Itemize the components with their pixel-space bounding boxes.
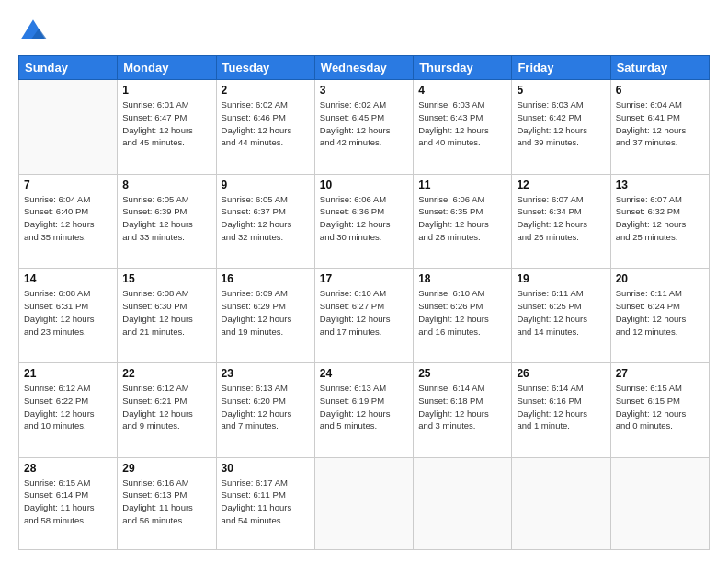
col-header-saturday: Saturday <box>610 56 709 80</box>
day-number: 5 <box>517 84 605 97</box>
calendar-cell: 26Sunrise: 6:14 AMSunset: 6:16 PMDayligh… <box>512 363 610 458</box>
col-header-friday: Friday <box>512 56 610 80</box>
calendar-cell: 25Sunrise: 6:14 AMSunset: 6:18 PMDayligh… <box>414 363 512 458</box>
day-info: Sunrise: 6:13 AMSunset: 6:19 PMDaylight:… <box>320 382 408 432</box>
header <box>18 17 710 46</box>
calendar-cell: 18Sunrise: 6:10 AMSunset: 6:26 PMDayligh… <box>414 269 512 363</box>
calendar-cell: 27Sunrise: 6:15 AMSunset: 6:15 PMDayligh… <box>610 363 709 458</box>
calendar-cell: 7Sunrise: 6:04 AMSunset: 6:40 PMDaylight… <box>19 174 118 269</box>
day-info: Sunrise: 6:06 AMSunset: 6:36 PMDaylight:… <box>320 193 408 244</box>
calendar-cell: 30Sunrise: 6:17 AMSunset: 6:11 PMDayligh… <box>216 457 314 549</box>
logo <box>18 17 51 46</box>
day-number: 10 <box>320 178 408 191</box>
day-number: 19 <box>517 272 605 285</box>
calendar-cell: 2Sunrise: 6:02 AMSunset: 6:46 PMDaylight… <box>216 80 314 175</box>
calendar-cell: 12Sunrise: 6:07 AMSunset: 6:34 PMDayligh… <box>512 174 610 269</box>
day-info: Sunrise: 6:14 AMSunset: 6:18 PMDaylight:… <box>418 382 506 432</box>
calendar-cell <box>19 80 118 175</box>
day-number: 9 <box>222 178 310 191</box>
day-info: Sunrise: 6:09 AMSunset: 6:29 PMDaylight:… <box>222 287 310 338</box>
calendar-cell: 9Sunrise: 6:05 AMSunset: 6:37 PMDaylight… <box>216 174 314 269</box>
calendar-cell: 14Sunrise: 6:08 AMSunset: 6:31 PMDayligh… <box>19 269 118 363</box>
day-info: Sunrise: 6:03 AMSunset: 6:43 PMDaylight:… <box>418 98 506 149</box>
day-info: Sunrise: 6:15 AMSunset: 6:15 PMDaylight:… <box>616 382 704 432</box>
calendar-cell: 1Sunrise: 6:01 AMSunset: 6:47 PMDaylight… <box>118 80 216 175</box>
day-info: Sunrise: 6:14 AMSunset: 6:16 PMDaylight:… <box>517 382 605 432</box>
calendar-cell: 3Sunrise: 6:02 AMSunset: 6:45 PMDaylight… <box>314 80 413 175</box>
calendar-cell: 8Sunrise: 6:05 AMSunset: 6:39 PMDaylight… <box>118 174 216 269</box>
day-number: 20 <box>616 272 704 285</box>
day-number: 14 <box>24 272 112 285</box>
calendar-cell: 21Sunrise: 6:12 AMSunset: 6:22 PMDayligh… <box>19 363 118 458</box>
day-number: 30 <box>222 462 310 475</box>
day-number: 3 <box>320 84 408 97</box>
calendar-cell <box>610 457 709 549</box>
calendar-cell: 20Sunrise: 6:11 AMSunset: 6:24 PMDayligh… <box>610 269 709 363</box>
day-info: Sunrise: 6:04 AMSunset: 6:41 PMDaylight:… <box>616 98 704 149</box>
calendar-cell: 5Sunrise: 6:03 AMSunset: 6:42 PMDaylight… <box>512 80 610 175</box>
day-info: Sunrise: 6:08 AMSunset: 6:31 PMDaylight:… <box>24 287 112 338</box>
day-number: 27 <box>616 367 704 380</box>
day-number: 12 <box>517 178 605 191</box>
day-number: 21 <box>24 367 112 380</box>
day-number: 11 <box>418 178 506 191</box>
day-info: Sunrise: 6:03 AMSunset: 6:42 PMDaylight:… <box>517 98 605 149</box>
col-header-wednesday: Wednesday <box>314 56 413 80</box>
day-info: Sunrise: 6:12 AMSunset: 6:21 PMDaylight:… <box>122 382 210 432</box>
calendar-table: SundayMondayTuesdayWednesdayThursdayFrid… <box>18 55 710 550</box>
day-number: 7 <box>24 178 112 191</box>
col-header-tuesday: Tuesday <box>216 56 314 80</box>
calendar-cell: 24Sunrise: 6:13 AMSunset: 6:19 PMDayligh… <box>314 363 413 458</box>
calendar-cell: 16Sunrise: 6:09 AMSunset: 6:29 PMDayligh… <box>216 269 314 363</box>
day-info: Sunrise: 6:10 AMSunset: 6:26 PMDaylight:… <box>418 287 506 338</box>
calendar-cell: 13Sunrise: 6:07 AMSunset: 6:32 PMDayligh… <box>610 174 709 269</box>
calendar-cell: 29Sunrise: 6:16 AMSunset: 6:13 PMDayligh… <box>118 457 216 549</box>
day-number: 2 <box>222 84 310 97</box>
day-info: Sunrise: 6:07 AMSunset: 6:34 PMDaylight:… <box>517 193 605 244</box>
day-info: Sunrise: 6:01 AMSunset: 6:47 PMDaylight:… <box>122 98 210 149</box>
day-info: Sunrise: 6:11 AMSunset: 6:24 PMDaylight:… <box>616 287 704 338</box>
calendar-cell: 11Sunrise: 6:06 AMSunset: 6:35 PMDayligh… <box>414 174 512 269</box>
calendar-cell <box>512 457 610 549</box>
day-number: 6 <box>616 84 704 97</box>
week-row-3: 14Sunrise: 6:08 AMSunset: 6:31 PMDayligh… <box>19 269 710 363</box>
col-header-thursday: Thursday <box>414 56 512 80</box>
day-info: Sunrise: 6:15 AMSunset: 6:14 PMDaylight:… <box>24 477 112 527</box>
day-number: 28 <box>24 462 112 475</box>
day-number: 25 <box>418 367 506 380</box>
day-info: Sunrise: 6:02 AMSunset: 6:45 PMDaylight:… <box>320 98 408 149</box>
header-row: SundayMondayTuesdayWednesdayThursdayFrid… <box>19 56 710 80</box>
logo-icon <box>18 17 48 46</box>
day-info: Sunrise: 6:17 AMSunset: 6:11 PMDaylight:… <box>222 477 310 527</box>
calendar-cell: 28Sunrise: 6:15 AMSunset: 6:14 PMDayligh… <box>19 457 118 549</box>
calendar-cell <box>314 457 413 549</box>
day-info: Sunrise: 6:16 AMSunset: 6:13 PMDaylight:… <box>122 477 210 527</box>
day-info: Sunrise: 6:02 AMSunset: 6:46 PMDaylight:… <box>222 98 310 149</box>
day-number: 17 <box>320 272 408 285</box>
week-row-5: 28Sunrise: 6:15 AMSunset: 6:14 PMDayligh… <box>19 457 710 549</box>
day-info: Sunrise: 6:10 AMSunset: 6:27 PMDaylight:… <box>320 287 408 338</box>
week-row-1: 1Sunrise: 6:01 AMSunset: 6:47 PMDaylight… <box>19 80 710 175</box>
day-info: Sunrise: 6:08 AMSunset: 6:30 PMDaylight:… <box>122 287 210 338</box>
day-info: Sunrise: 6:05 AMSunset: 6:37 PMDaylight:… <box>222 193 310 244</box>
day-info: Sunrise: 6:13 AMSunset: 6:20 PMDaylight:… <box>222 382 310 432</box>
day-number: 15 <box>122 272 210 285</box>
calendar-cell: 4Sunrise: 6:03 AMSunset: 6:43 PMDaylight… <box>414 80 512 175</box>
week-row-4: 21Sunrise: 6:12 AMSunset: 6:22 PMDayligh… <box>19 363 710 458</box>
calendar-cell: 15Sunrise: 6:08 AMSunset: 6:30 PMDayligh… <box>118 269 216 363</box>
day-info: Sunrise: 6:04 AMSunset: 6:40 PMDaylight:… <box>24 193 112 244</box>
day-number: 16 <box>222 272 310 285</box>
day-number: 24 <box>320 367 408 380</box>
calendar-cell: 23Sunrise: 6:13 AMSunset: 6:20 PMDayligh… <box>216 363 314 458</box>
day-number: 18 <box>418 272 506 285</box>
day-number: 1 <box>122 84 210 97</box>
day-number: 23 <box>222 367 310 380</box>
col-header-sunday: Sunday <box>19 56 118 80</box>
day-info: Sunrise: 6:06 AMSunset: 6:35 PMDaylight:… <box>418 193 506 244</box>
day-number: 26 <box>517 367 605 380</box>
day-info: Sunrise: 6:05 AMSunset: 6:39 PMDaylight:… <box>122 193 210 244</box>
day-number: 22 <box>122 367 210 380</box>
day-number: 4 <box>418 84 506 97</box>
day-number: 8 <box>122 178 210 191</box>
calendar-cell <box>414 457 512 549</box>
